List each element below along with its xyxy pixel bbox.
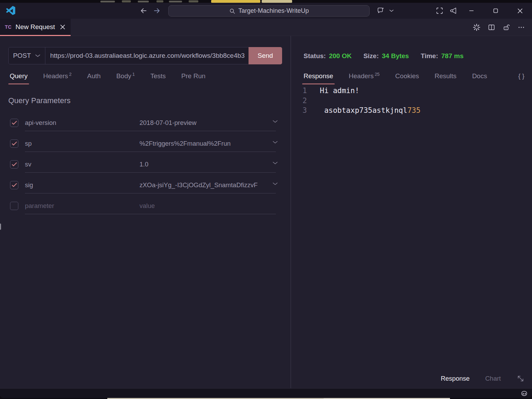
- split-editor-icon[interactable]: [488, 24, 495, 31]
- tab-close-icon[interactable]: [60, 24, 66, 30]
- tab-auth[interactable]: Auth: [87, 72, 101, 84]
- megaphone-pin-icon[interactable]: [449, 7, 458, 15]
- param-name-input[interactable]: sp: [25, 135, 140, 152]
- thunder-client-spark-icon[interactable]: [473, 24, 480, 31]
- vscode-logo-icon: [6, 6, 15, 16]
- tab-results[interactable]: Results: [435, 72, 457, 84]
- unlock-icon[interactable]: [503, 24, 510, 31]
- title-bar: Target-Machines-WriteUp: [0, 3, 532, 19]
- line-number: 2: [291, 96, 307, 106]
- tab-title: New Request: [16, 23, 56, 31]
- search-icon: [229, 8, 235, 14]
- param-name-input[interactable]: api-version: [25, 115, 140, 131]
- more-actions-icon[interactable]: [517, 24, 525, 31]
- status-value: 200 OK: [329, 52, 351, 60]
- tab-new-request[interactable]: TC New Request: [0, 19, 71, 36]
- query-parameters-list: api-version 2018-07-01-preview sp %2Ftri…: [0, 113, 290, 217]
- tab-headers[interactable]: Headers2: [43, 72, 72, 84]
- param-checkbox[interactable]: [10, 139, 18, 148]
- tab-pre-run[interactable]: Pre Run: [181, 72, 206, 84]
- check-icon: [12, 121, 17, 125]
- toggle-chart[interactable]: Chart: [485, 375, 501, 382]
- query-parameters-title: Query Parameters: [8, 96, 71, 105]
- check-icon: [12, 162, 17, 166]
- method-label: POST: [13, 52, 31, 60]
- headers-count-badge: 2: [69, 72, 72, 77]
- command-search-box[interactable]: Target-Machines-WriteUp: [168, 5, 370, 17]
- param-checkbox[interactable]: [10, 160, 18, 169]
- back-arrow-icon[interactable]: [139, 7, 148, 15]
- param-name-input[interactable]: parameter: [25, 198, 140, 214]
- send-button[interactable]: Send: [249, 47, 282, 64]
- tab-cookies[interactable]: Cookies: [395, 72, 419, 84]
- tab-response[interactable]: Response: [304, 72, 333, 84]
- param-value-input[interactable]: %2Ftriggers%2Fmanual%2Frun: [139, 135, 276, 152]
- tab-response-headers[interactable]: Headers25: [349, 72, 380, 84]
- chevron-down-icon[interactable]: [272, 161, 278, 165]
- toggle-response[interactable]: Response: [441, 375, 469, 382]
- editor-tab-bar: TC New Request: [0, 19, 532, 36]
- minimize-button[interactable]: [466, 6, 477, 16]
- param-row-empty: parameter value: [0, 196, 290, 217]
- tab-tests[interactable]: Tests: [150, 72, 165, 84]
- code-line: 3 asobtaxp735astkjnql735: [291, 106, 532, 116]
- thunder-client-tab-icon: TC: [5, 24, 12, 30]
- param-value-input[interactable]: zXOa-jsiYg_-I3CjOGdZyl_SnamtaDfizzvF: [139, 177, 276, 193]
- expand-diagonal-icon[interactable]: [516, 374, 525, 383]
- param-row-sp: sp %2Ftriggers%2Fmanual%2Frun: [0, 134, 290, 154]
- time-label: Time:: [421, 52, 438, 60]
- param-checkbox[interactable]: [10, 119, 18, 127]
- chevron-down-icon[interactable]: [389, 9, 394, 12]
- param-checkbox[interactable]: [10, 181, 18, 189]
- body-count-badge: 1: [132, 72, 135, 77]
- response-tabs: Response Headers25 Cookies Results Docs …: [304, 72, 526, 84]
- screencast-frame-icon[interactable]: [435, 7, 444, 15]
- param-name-input[interactable]: sv: [25, 156, 140, 173]
- forward-arrow-icon[interactable]: [153, 7, 161, 15]
- line-number: 1: [291, 86, 307, 96]
- panel-drag-handle[interactable]: [0, 224, 1, 230]
- search-text: Target-Machines-WriteUp: [238, 7, 309, 15]
- request-tabs: Query Headers2 Auth Body1 Tests Pre Run: [10, 72, 206, 84]
- vscode-window: Target-Machines-WriteUp TC New Request: [0, 3, 532, 398]
- size-value: 34 Bytes: [382, 52, 409, 60]
- maximize-button[interactable]: [490, 6, 501, 16]
- response-body: 1 Hi admin! 2 3 asobtaxp735astkjnql735: [291, 86, 532, 116]
- tab-body[interactable]: Body1: [116, 72, 135, 84]
- chevron-down-icon[interactable]: [272, 120, 278, 123]
- line-number: 3: [291, 106, 307, 116]
- request-url-bar: POST https://prod-03.australiaeast.logic…: [8, 47, 282, 64]
- tab-docs[interactable]: Docs: [472, 72, 487, 84]
- close-button[interactable]: [515, 6, 525, 16]
- param-value-input[interactable]: value: [139, 198, 276, 214]
- tab-query[interactable]: Query: [10, 72, 28, 84]
- response-headers-count-badge: 25: [375, 72, 379, 77]
- chevron-down-icon[interactable]: [272, 140, 278, 144]
- param-value-input[interactable]: 2018-07-01-preview: [139, 115, 276, 131]
- status-label: Status:: [304, 52, 326, 60]
- param-row-sig: sig zXOa-jsiYg_-I3CjOGdZyl_SnamtaDfizzvF: [0, 175, 290, 196]
- param-name-input[interactable]: sig: [25, 177, 140, 193]
- chevron-down-icon: [35, 54, 40, 57]
- time-value: 787 ms: [441, 52, 463, 60]
- size-label: Size:: [363, 52, 379, 60]
- check-icon: [12, 142, 17, 146]
- code-line: 1 Hi admin!: [291, 86, 532, 96]
- url-input[interactable]: https://prod-03.australiaeast.logic.azur…: [45, 47, 249, 64]
- response-view-toggle: Response Chart: [441, 374, 532, 383]
- format-braces-icon[interactable]: { }: [518, 72, 524, 84]
- chevron-down-icon[interactable]: [272, 182, 278, 185]
- param-row-api-version: api-version 2018-07-01-preview: [0, 113, 290, 134]
- param-row-sv: sv 1.0: [0, 154, 290, 175]
- response-panel: Status: 200 OK Size: 34 Bytes Time: 787 …: [291, 36, 532, 388]
- param-checkbox[interactable]: [10, 202, 18, 210]
- chat-copilot-icon[interactable]: [377, 7, 385, 15]
- check-icon: [12, 183, 17, 187]
- param-value-input[interactable]: 1.0: [139, 156, 276, 173]
- request-panel: POST https://prod-03.australiaeast.logic…: [0, 36, 291, 388]
- status-bar: [0, 388, 532, 398]
- flag-highlight: 735: [407, 106, 421, 115]
- copilot-icon[interactable]: [520, 389, 529, 398]
- method-select[interactable]: POST: [9, 47, 45, 64]
- response-status-line: Status: 200 OK Size: 34 Bytes Time: 787 …: [304, 52, 463, 60]
